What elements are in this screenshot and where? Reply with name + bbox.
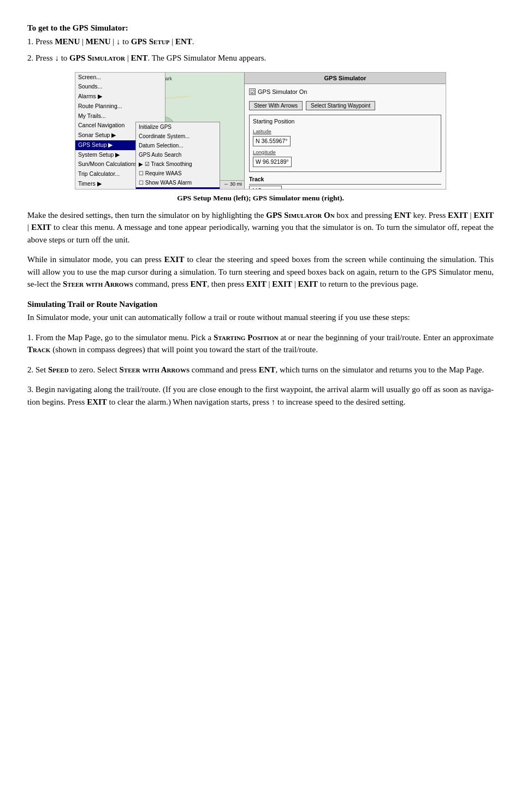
starting-position-title: Starting Position bbox=[253, 117, 437, 126]
step2-sep1: | bbox=[125, 54, 131, 62]
step2-bold2: ENT bbox=[131, 54, 148, 62]
step1-bold1: MENU bbox=[55, 37, 80, 46]
sim-buttons-row: Steer With Arrows Select Starting Waypoi… bbox=[249, 101, 441, 110]
menu-screen: Screen... bbox=[75, 73, 165, 82]
screenshot-image: Valley Park Big Lake U: ——.——" R: ——.——"… bbox=[75, 72, 446, 189]
select-starting-waypoint-btn[interactable]: Select Starting Waypoint bbox=[306, 101, 375, 110]
simulating-trail-heading: Simulating Trail or Route Navigation bbox=[27, 298, 494, 311]
exit-ref-3: EXIT bbox=[31, 223, 51, 232]
submenu-datum-sel: Datum Selection... bbox=[136, 141, 220, 150]
num-step-3: 3. Begin navigating along the trail/rout… bbox=[27, 383, 494, 408]
longitude-field: Longitude W 96.92189° bbox=[253, 149, 292, 167]
exit-ref-2: EXIT bbox=[473, 211, 494, 220]
step1-sep1: | bbox=[80, 37, 86, 46]
lon-row: Longitude W 96.92189° bbox=[253, 149, 437, 167]
num-step-1: 1. From the Map Page, go to the simulato… bbox=[27, 331, 494, 356]
main-heading: To get to the GPS Simulator: bbox=[27, 22, 494, 34]
starting-position-section: Starting Position Latitude N 36.55967° L… bbox=[249, 115, 441, 173]
screenshot-area: Valley Park Big Lake U: ——.——" R: ——.——"… bbox=[27, 72, 494, 204]
menu-sounds: Sounds... bbox=[75, 82, 165, 92]
sim-title: GPS Simulator bbox=[245, 73, 446, 85]
step1-bold3: GPS Setup bbox=[131, 37, 170, 46]
step1-text: 1. Press bbox=[27, 37, 55, 46]
exit-ref-4: EXIT bbox=[164, 255, 185, 264]
submenu-gps-auto: GPS Auto Search bbox=[136, 150, 220, 159]
gps-setup-submenu: Initialize GPS Coordinate System... Datu… bbox=[135, 122, 220, 189]
menu-alarms: Alarms ▶ bbox=[75, 92, 165, 102]
menu-route-planning: Route Planning... bbox=[75, 102, 165, 111]
latitude-label: Latitude bbox=[253, 128, 291, 135]
step2-bold1: GPS Simulator bbox=[69, 54, 125, 62]
submenu-track-smooth: ▶ ☑ Track Smoothing bbox=[136, 159, 220, 169]
exit-ref-7: EXIT bbox=[298, 280, 318, 288]
status-mid: ↔ 30 mi bbox=[223, 181, 242, 188]
body-para-3: In Simulator mode, your unit can automat… bbox=[27, 311, 494, 324]
step1-sep3: | bbox=[169, 37, 175, 46]
starting-pos-ref: Starting Position bbox=[214, 333, 279, 342]
steer-arrows-ref: Steer with Arrows bbox=[63, 280, 133, 288]
submenu-coord-sys: Coordinate System... bbox=[136, 132, 220, 141]
body-para-1: Make the desired settings, then turn the… bbox=[27, 209, 494, 246]
submenu-show-waas: ☐ Show WAAS Alarm bbox=[136, 178, 220, 187]
track-label: Track bbox=[249, 175, 441, 185]
exit-ref-5: EXIT bbox=[246, 280, 267, 288]
menu-my-trails: My Trails... bbox=[75, 111, 165, 121]
step2-line: 2. Press ↓ to GPS Simulator | ENT. The G… bbox=[27, 52, 494, 64]
step1-line: 1. Press MENU | MENU | ↓ to GPS Setup | … bbox=[27, 35, 494, 48]
gps-on-row: ☑ GPS Simulator On bbox=[249, 87, 441, 97]
speed-ref: Speed bbox=[48, 365, 69, 374]
num-step-2: 2. Set Speed to zero. Select Steer with … bbox=[27, 364, 494, 376]
exit-ref-1: EXIT bbox=[448, 211, 468, 220]
left-panel: Valley Park Big Lake U: ——.——" R: ——.——"… bbox=[75, 73, 245, 189]
ent-ref-2: ENT bbox=[191, 280, 208, 288]
track-value[interactable]: 115 bbox=[249, 186, 282, 189]
gps-setup-menu: Screen... Sounds... Alarms ▶ Route Plann… bbox=[75, 73, 165, 189]
longitude-value[interactable]: W 96.92189° bbox=[253, 157, 292, 168]
track-section: Track 115 mag bbox=[249, 175, 441, 189]
screenshot-caption: GPS Setup Menu (left); GPS Simulator men… bbox=[177, 193, 344, 204]
track-row: 115 mag bbox=[249, 186, 441, 189]
submenu-init-gps: Initialize GPS bbox=[136, 122, 220, 132]
gps-on-checkbox[interactable]: ☑ bbox=[249, 88, 256, 95]
sim-body: ☑ GPS Simulator On Steer With Arrows Sel… bbox=[245, 84, 446, 189]
step2-end: . The GPS Simulator Menu appears. bbox=[147, 54, 266, 62]
step1-bold2: MENU bbox=[86, 37, 111, 46]
latitude-field: Latitude N 36.55967° bbox=[253, 128, 291, 146]
step2-text: 2. Press ↓ to bbox=[27, 54, 69, 62]
lat-lon-row: Latitude N 36.55967° bbox=[253, 128, 437, 146]
step1-end: . bbox=[192, 37, 194, 46]
track-ref: Track bbox=[27, 345, 50, 354]
body-para-2: While in simulator mode, you can press E… bbox=[27, 253, 494, 291]
steer-arrows-ref-2: Steer with Arrows bbox=[120, 365, 190, 374]
submenu-require-waas: ☐ Require WAAS bbox=[136, 169, 220, 178]
ent-ref-3: ENT bbox=[259, 365, 276, 374]
gps-on-label: GPS Simulator On bbox=[258, 87, 307, 97]
steer-with-arrows-btn[interactable]: Steer With Arrows bbox=[249, 101, 303, 110]
step1-bold4: ENT bbox=[175, 37, 192, 46]
latitude-value[interactable]: N 36.55967° bbox=[253, 136, 291, 147]
exit-ref-8: EXIT bbox=[87, 398, 107, 406]
gps-sim-on-ref: GPS Simulator On bbox=[266, 211, 334, 220]
ent-ref-1: ENT bbox=[394, 211, 411, 220]
exit-ref-6: EXIT bbox=[272, 280, 292, 288]
longitude-label: Longitude bbox=[253, 149, 292, 156]
right-panel: GPS Simulator ☑ GPS Simulator On Steer W… bbox=[245, 73, 446, 189]
step1-sep2: | ↓ to bbox=[111, 37, 131, 46]
submenu-gps-sim: GPS Simulator... bbox=[136, 187, 220, 189]
